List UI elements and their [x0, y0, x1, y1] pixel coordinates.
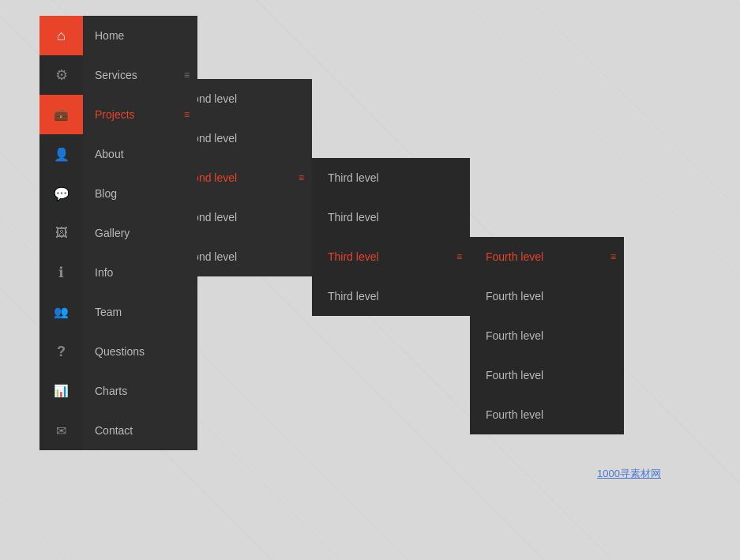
- icon-sidebar: [39, 16, 83, 450]
- mail-icon: [56, 423, 66, 438]
- gear-icon: [55, 66, 68, 84]
- sidebar-item-info-icon[interactable]: [39, 253, 83, 292]
- sidebar-item-team-icon[interactable]: [39, 292, 83, 332]
- fourth-level-item-4[interactable]: Fourth level: [470, 355, 624, 395]
- watermark-link[interactable]: 1000寻素材网: [597, 467, 661, 481]
- third-level-item-2[interactable]: Third level: [312, 197, 470, 237]
- sidebar-item-charts-icon[interactable]: [39, 371, 83, 411]
- chat-icon: [54, 186, 69, 201]
- sidebar-item-about[interactable]: About: [83, 134, 197, 174]
- third-level-item-1[interactable]: Third level: [312, 158, 470, 197]
- sidebar-item-projects[interactable]: Projects ≡: [83, 95, 197, 134]
- chart-icon: [54, 384, 69, 398]
- sidebar-item-charts[interactable]: Charts: [83, 371, 197, 411]
- fourth-level-item-3[interactable]: Fourth level: [470, 316, 624, 355]
- second-level-expand-icon: ≡: [299, 172, 304, 183]
- sidebar-item-home-icon[interactable]: [39, 16, 83, 55]
- sidebar-item-services[interactable]: Services ≡: [83, 55, 197, 95]
- question-icon: [57, 344, 66, 360]
- team-icon: [54, 305, 69, 319]
- sidebar-item-questions-icon[interactable]: [39, 332, 83, 371]
- projects-expand-icon: ≡: [184, 109, 190, 120]
- sidebar-item-home[interactable]: Home: [83, 16, 197, 55]
- fourth-level-panel: Fourth level ≡ Fourth level Fourth level…: [470, 237, 624, 434]
- sidebar-item-projects-icon[interactable]: [39, 95, 83, 134]
- sidebar-item-questions[interactable]: Questions: [83, 332, 197, 371]
- fourth-level-item-2[interactable]: Fourth level: [470, 276, 624, 316]
- sidebar-item-contact[interactable]: Contact: [83, 411, 197, 450]
- fourth-level-item-1[interactable]: Fourth level ≡: [470, 237, 624, 276]
- sidebar-item-about-icon[interactable]: [39, 134, 83, 174]
- sidebar-item-gallery-icon[interactable]: [39, 213, 83, 253]
- sidebar-item-services-icon[interactable]: [39, 55, 83, 95]
- sidebar-item-blog-icon[interactable]: [39, 174, 83, 213]
- third-level-panel: Third level Third level Third level ≡ Th…: [312, 158, 470, 316]
- third-level-item-3[interactable]: Third level ≡: [312, 237, 470, 276]
- third-level-expand-icon: ≡: [456, 251, 462, 262]
- sidebar-item-contact-icon[interactable]: [39, 411, 83, 450]
- sidebar-item-info[interactable]: Info: [83, 253, 197, 292]
- sidebar-item-gallery[interactable]: Gallery: [83, 213, 197, 253]
- info-icon: [58, 264, 64, 281]
- briefcase-icon: [54, 107, 69, 122]
- third-level-item-4[interactable]: Third level: [312, 276, 470, 316]
- image-icon: [55, 226, 68, 240]
- services-expand-icon: ≡: [184, 70, 190, 81]
- label-sidebar: Home Services ≡ Projects ≡ About Blog Ga…: [83, 16, 197, 450]
- sidebar-item-blog[interactable]: Blog: [83, 174, 197, 213]
- user-icon: [54, 147, 69, 162]
- home-icon: [57, 28, 66, 44]
- fourth-level-expand-icon: ≡: [610, 251, 616, 262]
- fourth-level-item-5[interactable]: Fourth level: [470, 395, 624, 434]
- sidebar-item-team[interactable]: Team: [83, 292, 197, 332]
